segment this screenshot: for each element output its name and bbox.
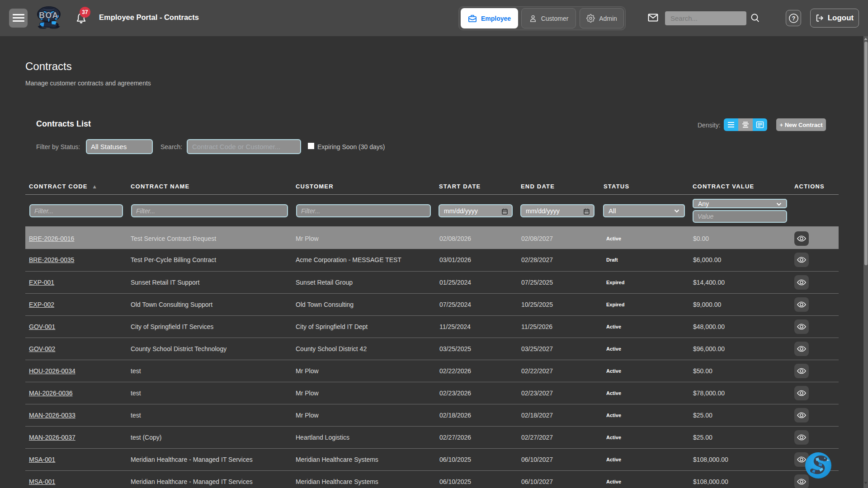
svg-text:BOA: BOA bbox=[39, 11, 58, 20]
svg-text:?: ? bbox=[792, 15, 795, 22]
